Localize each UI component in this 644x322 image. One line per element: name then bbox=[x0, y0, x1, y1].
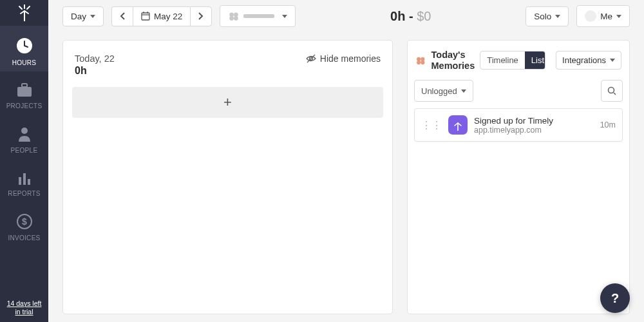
view-selector[interactable]: Day bbox=[62, 6, 104, 26]
day-hours: 0h bbox=[75, 65, 115, 77]
svg-point-29 bbox=[609, 88, 614, 93]
svg-rect-10 bbox=[19, 177, 21, 185]
summary-hours: 0h bbox=[390, 9, 405, 23]
hours-summary: 0h - $0 bbox=[390, 9, 431, 24]
memories-controls: Unlogged bbox=[414, 77, 623, 108]
help-button[interactable]: ? bbox=[600, 283, 630, 313]
date-nav: May 22 bbox=[111, 6, 212, 26]
svg-point-9 bbox=[21, 128, 28, 134]
svg-point-21 bbox=[230, 16, 234, 21]
prev-day-button[interactable] bbox=[111, 6, 133, 26]
day-panel: Today, 22 0h Hide memories + bbox=[62, 40, 393, 314]
memories-panel: Today'sMemories Timeline List Integratio… bbox=[407, 40, 630, 314]
hide-memories-label: Hide memories bbox=[320, 53, 381, 64]
unlogged-filter[interactable]: Unlogged bbox=[414, 80, 473, 102]
trial-banner[interactable]: 14 days left in trial bbox=[0, 294, 48, 322]
user-label: Me bbox=[600, 12, 612, 21]
memory-duration: 10m bbox=[600, 120, 616, 129]
nav-label: PEOPLE bbox=[11, 147, 38, 154]
memory-filter-button[interactable] bbox=[220, 5, 296, 27]
nav-label: PROJECTS bbox=[6, 102, 43, 109]
svg-rect-12 bbox=[28, 179, 30, 185]
avatar-icon bbox=[585, 10, 596, 22]
svg-line-30 bbox=[614, 93, 616, 95]
nav-label: HOURS bbox=[12, 59, 37, 66]
person-icon bbox=[17, 126, 32, 142]
search-button[interactable] bbox=[601, 80, 623, 102]
day-header: Today, 22 0h Hide memories bbox=[72, 53, 383, 87]
unlogged-label: Unlogged bbox=[421, 86, 457, 96]
svg-point-27 bbox=[417, 61, 421, 64]
nav-hours[interactable]: HOURS bbox=[0, 26, 48, 71]
search-icon bbox=[607, 86, 616, 95]
chevron-right-icon bbox=[198, 12, 204, 20]
day-date: Today, 22 bbox=[75, 53, 115, 64]
nav-label: REPORTS bbox=[8, 190, 40, 197]
brain-icon bbox=[228, 10, 240, 22]
svg-point-22 bbox=[234, 16, 238, 21]
chevron-down-icon bbox=[616, 15, 621, 18]
content-row: Today, 22 0h Hide memories + Today'sMemo… bbox=[48, 32, 644, 322]
summary-dash: - bbox=[405, 9, 417, 23]
question-icon: ? bbox=[611, 291, 619, 306]
memories-title: Today'sMemories bbox=[431, 50, 475, 71]
bars-icon bbox=[17, 171, 32, 185]
memory-title: Signed up for Timely bbox=[474, 116, 594, 126]
add-entry-button[interactable]: + bbox=[72, 87, 383, 118]
svg-rect-15 bbox=[142, 13, 149, 20]
memory-subtitle: app.timelyapp.com bbox=[474, 126, 594, 135]
chevron-left-icon bbox=[120, 12, 125, 20]
date-display-button[interactable]: May 22 bbox=[133, 6, 190, 26]
svg-text:$: $ bbox=[22, 216, 27, 227]
clock-icon bbox=[16, 37, 33, 54]
nav-people[interactable]: PEOPLE bbox=[0, 115, 48, 159]
app-icon bbox=[448, 115, 468, 135]
tab-list[interactable]: List bbox=[525, 52, 545, 69]
eye-off-icon bbox=[306, 54, 316, 63]
main: Day May 22 0h - $0 Solo bbox=[48, 0, 644, 322]
chevron-down-icon bbox=[610, 59, 615, 62]
view-toggle: Timeline List bbox=[480, 51, 545, 70]
nav-invoices[interactable]: $ INVOICES bbox=[0, 202, 48, 247]
nav-reports[interactable]: REPORTS bbox=[0, 159, 48, 202]
filter-placeholder bbox=[243, 14, 274, 18]
nav-projects[interactable]: PROJECTS bbox=[0, 71, 48, 115]
svg-line-2 bbox=[27, 6, 30, 9]
date-label: May 22 bbox=[154, 12, 182, 21]
chevron-down-icon bbox=[461, 90, 466, 93]
integrations-label: Integrations bbox=[562, 55, 606, 65]
tab-timeline[interactable]: Timeline bbox=[480, 52, 525, 69]
mode-selector[interactable]: Solo bbox=[526, 6, 569, 26]
calendar-icon bbox=[141, 12, 150, 21]
svg-rect-7 bbox=[17, 87, 32, 97]
memory-item[interactable]: ⋮⋮ Signed up for Timely app.timelyapp.co… bbox=[414, 108, 623, 142]
hide-memories-toggle[interactable]: Hide memories bbox=[306, 53, 381, 64]
svg-point-28 bbox=[421, 61, 424, 64]
summary-dollar: $0 bbox=[417, 9, 431, 23]
topbar: Day May 22 0h - $0 Solo bbox=[48, 0, 644, 32]
integrations-button[interactable]: Integrations bbox=[556, 51, 621, 70]
user-selector[interactable]: Me bbox=[576, 5, 630, 27]
chevron-down-icon bbox=[555, 15, 560, 18]
memories-header: Today'sMemories Timeline List Integratio… bbox=[414, 47, 623, 77]
mode-label: Solo bbox=[534, 12, 551, 21]
view-label: Day bbox=[71, 12, 86, 21]
memory-info: Signed up for Timely app.timelyapp.com bbox=[474, 116, 594, 135]
drag-handle-icon[interactable]: ⋮⋮ bbox=[421, 119, 442, 131]
svg-line-1 bbox=[19, 6, 22, 9]
chevron-down-icon bbox=[282, 15, 287, 18]
plus-icon: + bbox=[223, 94, 232, 111]
next-day-button[interactable] bbox=[190, 6, 212, 26]
app-logo[interactable] bbox=[0, 0, 48, 26]
svg-rect-8 bbox=[22, 84, 27, 87]
svg-rect-11 bbox=[23, 173, 26, 185]
brain-icon bbox=[415, 55, 426, 66]
memories-card: Today'sMemories Timeline List Integratio… bbox=[407, 40, 630, 314]
nav-label: INVOICES bbox=[8, 234, 40, 242]
sidebar: HOURS PROJECTS PEOPLE REPORTS $ INVOICES… bbox=[0, 0, 48, 322]
dollar-circle-icon: $ bbox=[17, 214, 32, 229]
chevron-down-icon bbox=[90, 15, 95, 18]
briefcase-icon bbox=[17, 83, 32, 97]
